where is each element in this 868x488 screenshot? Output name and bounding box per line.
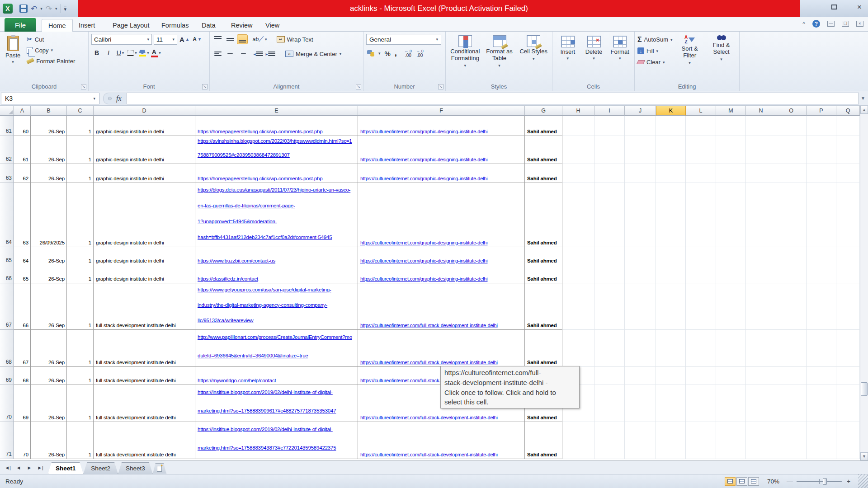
cell-K63[interactable] (656, 164, 686, 183)
bottom-align-button[interactable] (237, 34, 248, 44)
cell-F63[interactable]: https://cultureofinternet.com/graphic-de… (358, 164, 525, 183)
cell-G62[interactable]: Sahil ahmed (525, 136, 562, 164)
scroll-up-icon[interactable]: ▲ (860, 106, 868, 114)
cell-D62[interactable]: graphic design institute in delhi (94, 136, 195, 164)
hyperlink[interactable]: https://www.buzzbii.com/contact-us (198, 258, 356, 263)
clear-button[interactable]: Clear▾ (637, 56, 673, 68)
cell-J70[interactable] (625, 385, 656, 422)
comma-style-button[interactable]: , (395, 49, 397, 58)
cell-G67[interactable]: Sahil ahmed (525, 283, 562, 330)
cell-L61[interactable] (686, 116, 716, 136)
hyperlink[interactable]: https://insititue.blogspot.com/2019/02/d… (198, 385, 356, 402)
row-header-62[interactable]: 62 (0, 136, 14, 164)
cell-J66[interactable] (625, 265, 656, 283)
insert-worksheet-button[interactable] (153, 463, 166, 474)
delete-cells-button[interactable]: × Delete▾ (581, 34, 607, 82)
cell-B69[interactable]: 26-Sep (31, 367, 67, 385)
prev-sheet-icon[interactable]: ◄ (14, 465, 23, 470)
cell-O64[interactable] (776, 183, 807, 247)
font-dialog-launcher-icon[interactable]: ↘ (202, 84, 208, 89)
cell-D61[interactable]: graphic design institute in delhi (94, 116, 195, 136)
cell-D70[interactable]: full stack development institute delhi (94, 385, 195, 422)
cell-L66[interactable] (686, 265, 716, 283)
cell-K69[interactable] (656, 367, 686, 385)
hyperlink[interactable]: en-las-guerrillas-de-filipinas/comment-p… (198, 198, 356, 214)
tab-insert[interactable]: Insert (72, 19, 101, 32)
cell-M62[interactable] (716, 136, 746, 164)
format-painter-button[interactable]: Format Painter (25, 56, 77, 66)
cell-C66[interactable]: 1 (67, 265, 94, 283)
column-header-C[interactable]: C (67, 106, 94, 116)
cell-F68[interactable]: https://cultureofinternet.com/full-stack… (358, 330, 525, 367)
cell-C63[interactable]: 1 (67, 164, 94, 183)
cell-D71[interactable]: full stack development institute delhi (94, 422, 195, 459)
cell-K64[interactable] (656, 183, 686, 247)
column-header-Q[interactable]: Q (836, 106, 860, 116)
fill-color-button[interactable]: ▾ (138, 47, 149, 58)
cell-G63[interactable]: Sahil ahmed (525, 164, 562, 183)
cell-M64[interactable] (716, 183, 746, 247)
cell-B66[interactable]: 26-Sep (31, 265, 67, 283)
cell-H64[interactable] (562, 183, 594, 247)
column-header-E[interactable]: E (195, 106, 358, 116)
row-header-69[interactable]: 69 (0, 367, 14, 385)
select-all-corner[interactable] (0, 106, 14, 116)
increase-decimal-button[interactable]: ←.0.00 (405, 49, 412, 58)
font-family-select[interactable]: Calibri▾ (91, 34, 152, 45)
hyperlink[interactable]: https://cultureofinternet.com/full-stack… (360, 452, 523, 457)
cell-L71[interactable] (686, 422, 716, 459)
wrap-text-button[interactable]: ↩Wrap Text (275, 34, 315, 45)
cell-C61[interactable]: 1 (67, 116, 94, 136)
cell-G65[interactable]: Sahil ahmed (525, 247, 562, 265)
cell-J63[interactable] (625, 164, 656, 183)
shrink-font-button[interactable]: A▼ (192, 34, 203, 45)
align-right-button[interactable] (237, 49, 248, 59)
cell-D66[interactable]: graphic design institute in delhi (94, 265, 195, 283)
collapse-ribbon-icon[interactable]: ^ (802, 21, 805, 27)
middle-align-button[interactable] (225, 34, 236, 44)
cell-N68[interactable] (746, 330, 776, 367)
hyperlink[interactable]: 758879009525#c2039503868472891307 (198, 148, 356, 162)
merge-center-button[interactable]: aMerge & Center▾ (283, 48, 343, 59)
hyperlink[interactable]: https://cultureofinternet.com/graphic-de… (360, 157, 523, 162)
cell-K67[interactable] (656, 283, 686, 330)
format-as-table-button[interactable]: Format as Table▾ (483, 34, 516, 82)
cell-I63[interactable] (594, 164, 625, 183)
cell-E64[interactable]: https://blogs.deia.eus/anasagasti/2011/0… (195, 183, 358, 247)
cell-M67[interactable] (716, 283, 746, 330)
align-left-button[interactable] (212, 49, 223, 59)
cell-O69[interactable] (776, 367, 807, 385)
row-header-68[interactable]: 68 (0, 330, 14, 367)
cell-D64[interactable]: graphic design institute in delhi (94, 183, 195, 247)
cell-M63[interactable] (716, 164, 746, 183)
row-header-70[interactable]: 70 (0, 385, 14, 422)
cell-L64[interactable] (686, 183, 716, 247)
cell-I64[interactable] (594, 183, 625, 247)
number-dialog-launcher-icon[interactable]: ↘ (438, 84, 443, 89)
cell-A65[interactable]: 64 (14, 247, 31, 265)
cell-H61[interactable] (562, 116, 594, 136)
cell-C69[interactable]: 1 (67, 367, 94, 385)
redo-dropdown-icon[interactable]: ▾ (55, 6, 57, 11)
cell-H63[interactable] (562, 164, 594, 183)
cell-P65[interactable] (807, 247, 836, 265)
conditional-formatting-button[interactable]: Conditional Formatting▾ (448, 34, 482, 82)
cell-I68[interactable] (594, 330, 625, 367)
hyperlink[interactable]: http://www.papillionart.com/process/Crea… (198, 330, 356, 347)
cell-M71[interactable] (716, 422, 746, 459)
cell-A71[interactable]: 70 (14, 422, 31, 459)
cell-I62[interactable] (594, 136, 625, 164)
cell-C62[interactable]: 1 (67, 136, 94, 164)
cell-C65[interactable]: 1 (67, 247, 94, 265)
hyperlink[interactable]: https://insititue.blogspot.com/2019/02/d… (198, 422, 356, 439)
cell-Q65[interactable] (836, 247, 860, 265)
cell-N63[interactable] (746, 164, 776, 183)
cell-J61[interactable] (625, 116, 656, 136)
cell-K70[interactable] (656, 385, 686, 422)
cell-B62[interactable]: 26-Sep (31, 136, 67, 164)
hyperlink[interactable]: https://cultureofinternet.com/graphic-de… (360, 240, 523, 245)
cell-L63[interactable] (686, 164, 716, 183)
cell-A66[interactable]: 65 (14, 265, 31, 283)
cell-E63[interactable]: https://homepageerstellung.click/wp-comm… (195, 164, 358, 183)
cell-C68[interactable]: 1 (67, 330, 94, 367)
